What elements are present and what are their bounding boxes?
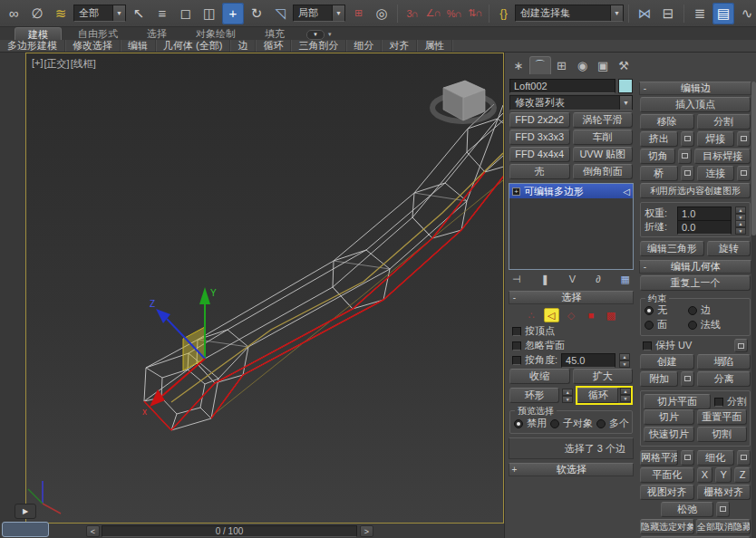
insert-vertex-button[interactable]: 插入顶点 bbox=[640, 97, 751, 112]
unlink-selection-icon[interactable]: ∅ bbox=[26, 3, 48, 24]
preview-multi-radio[interactable] bbox=[596, 419, 606, 428]
repeat-last-button[interactable]: 重复上一个 bbox=[640, 275, 751, 291]
ribbon-group-subdivision[interactable]: 细分 bbox=[346, 40, 382, 52]
ffd-3x3x3-button[interactable]: FFD 3x3x3 bbox=[509, 130, 570, 145]
show-end-result-icon[interactable]: ❚ bbox=[541, 274, 549, 285]
ribbon-group-polygon-modeling[interactable]: 多边形建模 bbox=[0, 40, 65, 52]
previous-frame-button[interactable]: < bbox=[86, 525, 100, 537]
next-frame-arrow-button[interactable]: > bbox=[360, 525, 373, 537]
tab-selection[interactable]: 选择 bbox=[134, 27, 179, 40]
hierarchy-tab-icon[interactable]: ⊞ bbox=[552, 56, 572, 74]
viewport-menu-button[interactable]: [+] bbox=[32, 57, 44, 71]
create-button[interactable]: 创建 bbox=[640, 354, 694, 370]
reference-coordsys-dropdown[interactable]: 局部 ▼ bbox=[293, 5, 345, 22]
constraint-normal-radio[interactable] bbox=[688, 321, 697, 330]
preview-disable-radio[interactable] bbox=[514, 419, 523, 428]
planar-z-button[interactable]: Z bbox=[734, 467, 751, 483]
ribbon-options-caret-icon[interactable]: ▾ bbox=[328, 31, 332, 38]
ffd-2x2x2-button[interactable]: FFD 2x2x2 bbox=[509, 112, 570, 128]
remove-button[interactable]: 移除 bbox=[640, 114, 694, 130]
ribbon-group-loops[interactable]: 循环 bbox=[256, 40, 291, 52]
named-selection-sets-dropdown[interactable]: 创建选择集 ▼ bbox=[515, 5, 624, 22]
transform-gizmo[interactable]: Y Z x bbox=[142, 287, 217, 417]
edge-subobject-icon[interactable]: ◁ bbox=[544, 308, 559, 322]
viewcube[interactable] bbox=[432, 81, 494, 121]
ffd-4x4x4-button[interactable]: FFD 4x4x4 bbox=[509, 147, 570, 162]
tessellate-button[interactable]: 细化 bbox=[697, 450, 735, 466]
unhide-all-button[interactable]: 全部取消隐藏 bbox=[696, 519, 751, 534]
preserve-uv-settings-button[interactable] bbox=[734, 339, 748, 352]
extrude-settings-button[interactable] bbox=[681, 131, 694, 147]
configure-modifier-sets-icon[interactable]: ▦ bbox=[621, 274, 630, 285]
soft-selection-rollout-header[interactable]: + 软选择 bbox=[509, 463, 634, 476]
select-object-icon[interactable]: ↖ bbox=[128, 3, 150, 24]
motion-tab-icon[interactable]: ◉ bbox=[572, 56, 592, 74]
snap-3d-icon[interactable]: 3∩ bbox=[402, 3, 422, 24]
ribbon-group-geometry-all[interactable]: 几何体 (全部) bbox=[156, 40, 230, 52]
viewport-view-button[interactable]: [正交] bbox=[44, 57, 70, 71]
viewport-shading-button[interactable]: [线框] bbox=[71, 57, 96, 71]
stack-item-editable-poly[interactable]: + 可编辑多边形 ◁ bbox=[509, 184, 633, 198]
pin-stack-icon[interactable]: ⊣ bbox=[512, 274, 521, 285]
expand-icon[interactable]: + bbox=[512, 187, 520, 196]
ring-spinner[interactable]: ▲▼ bbox=[562, 389, 573, 403]
turn-button[interactable]: 旋转 bbox=[707, 241, 751, 256]
reset-plane-button[interactable]: 重置平面 bbox=[697, 409, 748, 425]
edit-edges-rollout-header[interactable]: - 编辑边 bbox=[639, 82, 751, 95]
object-name-field[interactable]: Loft002 bbox=[509, 79, 615, 93]
grow-button[interactable]: 扩大 bbox=[573, 369, 634, 384]
quickslice-button[interactable]: 快速切片 bbox=[644, 427, 694, 442]
border-subobject-icon[interactable]: ◇ bbox=[564, 308, 579, 322]
make-unique-icon[interactable]: V bbox=[569, 274, 576, 285]
current-frame-display[interactable]: 0 / 100 bbox=[102, 525, 357, 537]
remove-modifier-icon[interactable]: ∂ bbox=[596, 274, 600, 285]
select-and-rotate-icon[interactable]: ↻ bbox=[246, 3, 267, 24]
use-pivot-center-icon[interactable]: ⊞ bbox=[347, 3, 369, 24]
mirror-icon[interactable]: ⋈ bbox=[634, 3, 655, 24]
planar-x-button[interactable]: X bbox=[697, 467, 713, 483]
window-crossing-icon[interactable]: ◫ bbox=[199, 3, 220, 24]
select-and-link-icon[interactable]: ∞ bbox=[3, 3, 24, 24]
extrude-button[interactable]: 挤出 bbox=[640, 131, 678, 147]
turbosmooth-button[interactable]: 涡轮平滑 bbox=[573, 112, 634, 128]
bind-to-space-warp-icon[interactable]: ≋ bbox=[50, 3, 72, 24]
create-tab-icon[interactable]: ∗ bbox=[509, 56, 528, 74]
loop-button[interactable]: 循环 bbox=[577, 388, 618, 403]
angle-value-field[interactable]: 45.0 bbox=[561, 353, 615, 368]
msmooth-settings-button[interactable] bbox=[681, 450, 694, 466]
tab-freeform[interactable]: 自由形式 bbox=[65, 27, 131, 40]
edit-named-selection-sets-icon[interactable]: {} bbox=[494, 3, 513, 24]
hide-selected-button[interactable]: 隐藏选定对象 bbox=[640, 519, 694, 534]
ignore-backfacing-checkbox[interactable] bbox=[512, 341, 521, 351]
ribbon-group-edit[interactable]: 编辑 bbox=[121, 40, 156, 52]
angle-spinner[interactable]: ▲▼ bbox=[619, 353, 630, 368]
stack-item-state-icon[interactable]: ◁ bbox=[623, 187, 630, 197]
select-and-scale-icon[interactable]: ◹ bbox=[269, 3, 291, 24]
object-color-swatch[interactable] bbox=[618, 79, 633, 93]
uvw-map-button[interactable]: UVW 贴图 bbox=[573, 147, 634, 162]
polygon-subobject-icon[interactable]: ■ bbox=[584, 308, 599, 322]
relax-settings-button[interactable] bbox=[716, 502, 730, 517]
tessellate-settings-button[interactable] bbox=[737, 450, 751, 466]
view-align-button[interactable]: 视图对齐 bbox=[640, 485, 694, 500]
constraint-none-radio[interactable] bbox=[645, 306, 654, 315]
modifier-list-dropdown[interactable]: 修改器列表 ▼ bbox=[509, 95, 633, 110]
constraint-edge-radio[interactable] bbox=[688, 306, 697, 315]
crease-field[interactable]: 0.0 bbox=[677, 220, 732, 235]
selection-filter-dropdown[interactable]: 全部 ▼ bbox=[73, 5, 126, 22]
align-icon[interactable]: ⊟ bbox=[657, 3, 679, 24]
preview-subobj-radio[interactable] bbox=[550, 419, 559, 428]
create-shape-from-selection-button[interactable]: 利用所选内容创建图形 bbox=[640, 183, 751, 198]
shrink-button[interactable]: 收缩 bbox=[509, 369, 570, 384]
ribbon-group-edges[interactable]: 边 bbox=[230, 40, 256, 52]
angle-snap-icon[interactable]: ∠∩ bbox=[423, 3, 442, 24]
bridge-settings-button[interactable] bbox=[681, 166, 694, 181]
slice-plane-button[interactable]: 切片平面 bbox=[644, 394, 711, 409]
slice-button[interactable]: 切片 bbox=[644, 409, 694, 425]
connect-settings-button[interactable] bbox=[737, 166, 751, 181]
selection-rollout-header[interactable]: - 选择 bbox=[509, 291, 634, 304]
bridge-button[interactable]: 桥 bbox=[640, 166, 678, 181]
utilities-tab-icon[interactable]: ⚒ bbox=[614, 56, 634, 74]
select-and-manipulate-icon[interactable]: ◎ bbox=[371, 3, 393, 24]
by-vertex-checkbox[interactable] bbox=[512, 327, 521, 336]
